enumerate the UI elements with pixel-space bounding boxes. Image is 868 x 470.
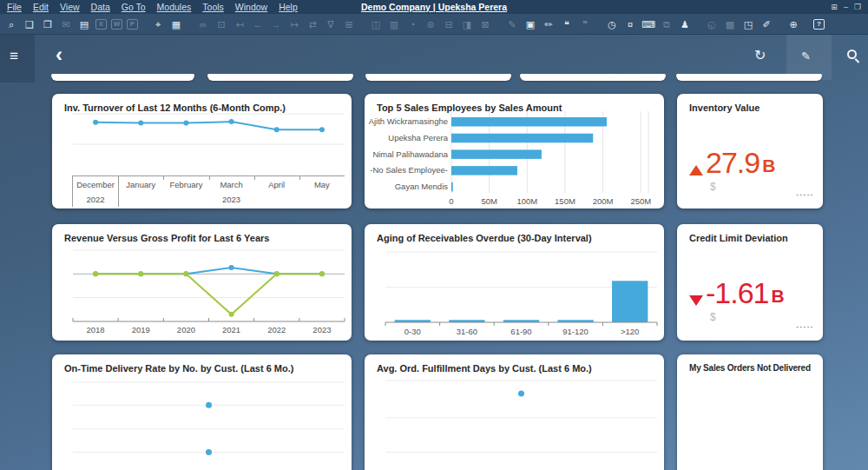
menu-modules[interactable]: Modules xyxy=(157,2,192,12)
refresh-record-icon[interactable]: ⇄ xyxy=(306,15,319,34)
export-excel-icon[interactable]: X xyxy=(95,19,107,30)
currency-label: $ xyxy=(710,181,716,193)
dashboard-area: ≡ ‹ ↻ ✎ Inv. Turnover of Last 12 Months … xyxy=(0,35,868,470)
send-email-icon[interactable]: ✉ xyxy=(59,15,73,34)
axis-tick xyxy=(163,176,164,180)
filter-table-icon[interactable]: ∇ xyxy=(324,15,338,34)
kpi-footer: ----- xyxy=(796,190,814,198)
payment-wizard-icon[interactable]: ¤ xyxy=(623,15,637,34)
move-window-icon[interactable]: ⌖ xyxy=(151,15,165,34)
calculator-icon[interactable]: ⌨ xyxy=(641,15,655,34)
axis-year-label: 2023 xyxy=(118,195,345,204)
card-title: Inventory Value xyxy=(689,103,760,113)
print-preview-icon[interactable]: ❐ xyxy=(41,15,55,34)
svg-text:0: 0 xyxy=(449,196,453,206)
axis-month-label: May xyxy=(299,180,345,189)
menu-edit[interactable]: Edit xyxy=(33,2,49,12)
axis-tick xyxy=(299,176,300,180)
svg-text:91-120: 91-120 xyxy=(562,327,589,336)
kpi-unit: B xyxy=(762,156,775,176)
svg-text:100M: 100M xyxy=(516,196,537,206)
workflow-icon[interactable]: ▩ xyxy=(723,15,737,34)
export-pdf-icon[interactable]: P xyxy=(127,19,138,30)
ontime-delivery-scatter-chart xyxy=(52,375,352,470)
menu-bar: FileEditViewDataGo ToModulesToolsWindowH… xyxy=(0,0,868,14)
kpi-number: 27.9 xyxy=(706,148,760,177)
scrolled-card-edge xyxy=(676,74,822,81)
export-word-icon[interactable]: W xyxy=(111,19,122,30)
card-aging-receivables: Aging of Receivables Overdue (30-Day Int… xyxy=(365,224,664,341)
window-controls: ⊞–❐ xyxy=(831,1,861,13)
goto-record-icon[interactable]: ⊡ xyxy=(214,15,228,34)
search-icon[interactable] xyxy=(847,50,857,59)
print-icon[interactable]: ❑ xyxy=(23,15,36,34)
back-icon[interactable]: ‹ xyxy=(56,43,62,67)
axis-year-label: 2022 xyxy=(73,195,118,204)
form-settings-icon[interactable]: ▣ xyxy=(523,15,537,34)
minimize-icon[interactable]: – xyxy=(844,1,848,13)
svg-text:Gayan Mendis: Gayan Mendis xyxy=(395,182,449,191)
scrolled-card-edge xyxy=(51,74,194,81)
axis-month-label: April xyxy=(254,180,299,189)
maximize-grid-icon[interactable]: ⊞ xyxy=(342,15,356,34)
card-inventory-value: Inventory Value 27.9 B $ ----- xyxy=(677,94,823,209)
svg-text:-No Sales Employee-: -No Sales Employee- xyxy=(370,165,448,175)
axis-tick xyxy=(254,176,255,180)
window-title: Demo Company | Upeksha Perera xyxy=(361,2,507,12)
messages-icon[interactable]: ❝ xyxy=(560,15,574,34)
chat-icon[interactable]: ❞ xyxy=(578,15,592,34)
column-settings-icon[interactable]: ◨ xyxy=(460,15,474,34)
restore-icon[interactable]: ❐ xyxy=(854,1,861,13)
hamburger-menu-icon[interactable]: ≡ xyxy=(10,48,18,65)
kpi-value: 27.9 B xyxy=(689,148,775,177)
posting-period-icon[interactable]: ◔ xyxy=(405,15,419,34)
first-record-icon[interactable]: ↤ xyxy=(233,15,247,34)
top5-sales-bar-chart: Ajith WickramasingheUpeksha PereraNimal … xyxy=(365,108,664,209)
application-window: FileEditViewDataGo ToModulesToolsWindowH… xyxy=(0,0,868,470)
org-chart-icon[interactable]: ⧉ xyxy=(660,15,674,34)
query-manager-icon[interactable]: ⊠ xyxy=(478,15,492,34)
refresh-icon[interactable]: ↻ xyxy=(754,47,766,63)
last-record-icon[interactable]: ↦ xyxy=(287,15,301,34)
svg-text:Nimal Palihawadana: Nimal Palihawadana xyxy=(372,149,448,159)
table-lock-icon[interactable]: ▦ xyxy=(169,15,183,34)
menu-file[interactable]: File xyxy=(7,2,22,12)
next-record-icon[interactable]: → xyxy=(269,15,283,34)
svg-text:50M: 50M xyxy=(481,196,497,206)
kpi-footer: ----- xyxy=(796,322,814,330)
edit-document-icon[interactable]: ✐ xyxy=(760,15,773,34)
svg-text:2021: 2021 xyxy=(222,325,240,334)
document-draft-icon[interactable]: ✏ xyxy=(542,15,556,34)
svg-text:200M: 200M xyxy=(593,196,614,206)
card-credit-limit-deviation: Credit Limit Deviation -1.61 B $ ----- xyxy=(677,224,823,341)
menu-tools[interactable]: Tools xyxy=(202,2,224,12)
menu-go-to[interactable]: Go To xyxy=(122,2,146,12)
svg-text:250M: 250M xyxy=(630,196,651,206)
card-title: Avg. Ord. Fulfillment Days by Cust. (Las… xyxy=(377,363,592,374)
document-journal-icon[interactable]: ⊟ xyxy=(442,15,456,34)
svg-text:2020: 2020 xyxy=(177,325,195,334)
open-external-icon[interactable]: ◳ xyxy=(741,15,755,34)
help-icon[interactable]: ? xyxy=(813,19,825,30)
time-sheet-icon[interactable]: ◷ xyxy=(605,15,619,34)
menu-data[interactable]: Data xyxy=(91,2,110,12)
find-icon[interactable]: ⌕ xyxy=(4,15,18,34)
schedule-icon[interactable]: ◵ xyxy=(705,15,719,34)
edit-pencil-icon[interactable]: ✎ xyxy=(801,50,811,63)
print-layout-icon[interactable]: ▤ xyxy=(77,15,91,34)
svg-text:2022: 2022 xyxy=(267,325,286,334)
find-record-icon[interactable]: ∞ xyxy=(196,15,210,34)
previous-record-icon[interactable]: ← xyxy=(251,15,265,34)
user-icon[interactable]: ♟ xyxy=(678,15,692,34)
scrolled-card-edge xyxy=(365,74,511,81)
edit-icon[interactable]: ✎ xyxy=(505,15,519,34)
tile-windows-icon[interactable]: ⊞ xyxy=(831,1,838,13)
lock-screen-icon[interactable]: ◫ xyxy=(369,15,383,34)
exchange-rate-icon[interactable]: ⊚ xyxy=(424,15,437,34)
web-client-icon[interactable]: ⊕ xyxy=(786,15,800,34)
menu-help[interactable]: Help xyxy=(279,2,298,12)
menu-window[interactable]: Window xyxy=(235,2,267,12)
menu-view[interactable]: View xyxy=(60,2,80,12)
revenue-gross-profit-line-chart: 201820192020202120222023 xyxy=(52,242,352,339)
sort-table-icon[interactable]: ▥ xyxy=(387,15,401,34)
